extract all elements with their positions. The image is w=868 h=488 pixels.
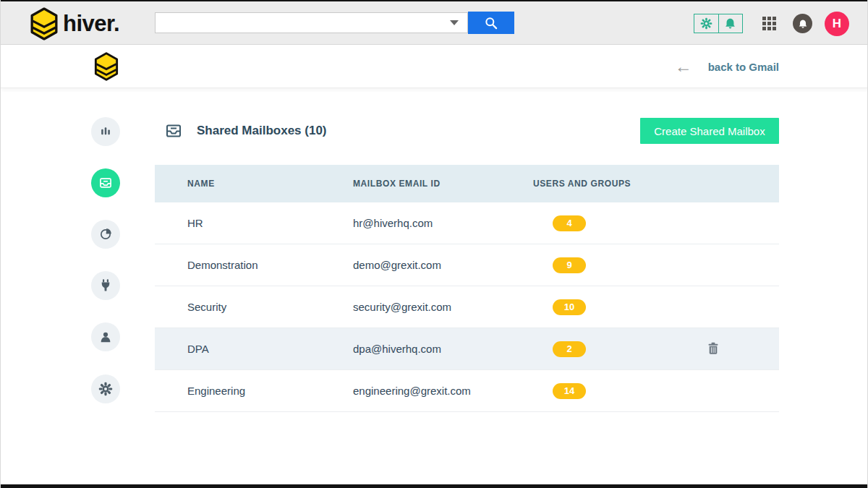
users-count-badge: 4: [553, 215, 586, 231]
back-to-gmail-label: back to Gmail: [708, 61, 779, 73]
hiver-logo[interactable]: hiver.: [28, 7, 119, 40]
column-header-name: NAME: [155, 179, 353, 189]
users-count-badge: 14: [553, 383, 586, 399]
plug-icon: [98, 278, 113, 293]
hiver-hive-icon: [28, 7, 60, 40]
mailbox-name: Security: [155, 301, 353, 313]
back-to-gmail-link[interactable]: ← back to Gmail: [675, 58, 779, 75]
apps-grid-icon: [762, 17, 766, 20]
column-header-users: USERS AND GROUPS: [533, 179, 779, 189]
search-scope-dropdown-icon[interactable]: [450, 20, 459, 25]
bar-chart-icon: [98, 124, 113, 139]
mailbox-name: Demonstration: [155, 259, 353, 271]
column-header-email: MAILBOX EMAIL ID: [353, 179, 533, 189]
mailbox-tray-icon: [165, 122, 182, 140]
mailbox-email: demo@grexit.com: [353, 259, 533, 271]
search-box: [155, 12, 468, 33]
table-row[interactable]: HR hr@hiverhq.com 4: [155, 202, 779, 244]
mailbox-email: dpa@hiverhq.com: [353, 343, 533, 355]
users-count-badge: 9: [553, 257, 586, 273]
trash-icon: [705, 341, 721, 356]
hiver-settings-button[interactable]: [694, 14, 718, 33]
users-count-badge: 10: [553, 299, 586, 315]
mailbox-email: hr@hiverhq.com: [353, 217, 533, 229]
brand-name: hiver.: [63, 11, 119, 37]
back-arrow-icon: ←: [675, 58, 692, 75]
top-edge: [1, 0, 868, 1]
mailbox-name: HR: [155, 217, 353, 229]
mailbox-name: Engineering: [155, 385, 353, 397]
hiver-notifications-button[interactable]: [718, 14, 743, 33]
table-row[interactable]: Engineering engineering@grexit.com 14: [155, 370, 779, 412]
sidebar-item-settings[interactable]: [91, 374, 120, 403]
bottom-edge: [1, 484, 868, 488]
shared-mailboxes-table: NAME MAILBOX EMAIL ID USERS AND GROUPS H…: [155, 165, 779, 412]
sidebar-item-analytics[interactable]: [91, 117, 120, 146]
create-shared-mailbox-button[interactable]: Create Shared Mailbox: [640, 118, 779, 144]
mailbox-email: engineering@grexit.com: [353, 385, 533, 397]
google-apps-button[interactable]: [762, 17, 776, 30]
user-icon: [98, 330, 113, 344]
pie-chart-icon: [98, 227, 113, 241]
page-header: Shared Mailboxes (10) Create Shared Mail…: [155, 118, 779, 144]
mailbox-email: security@grexit.com: [353, 301, 533, 313]
bell-icon: [798, 19, 808, 29]
gear-icon: [700, 17, 712, 30]
search-input[interactable]: [156, 13, 450, 33]
hiver-hive-icon: [93, 52, 120, 81]
subheader: ← back to Gmail: [1, 45, 868, 88]
mailbox-name: DPA: [155, 343, 353, 355]
users-count-badge: 2: [553, 341, 586, 357]
profile-avatar[interactable]: H: [825, 12, 849, 36]
table-row[interactable]: Demonstration demo@grexit.com 9: [155, 244, 779, 286]
table-row[interactable]: Security security@grexit.com 10: [155, 286, 779, 328]
alerts-button[interactable]: [793, 14, 812, 33]
table-header-row: NAME MAILBOX EMAIL ID USERS AND GROUPS: [155, 165, 779, 202]
sidebar-item-shared-mailboxes[interactable]: [91, 168, 120, 197]
hiver-admin-window: hiver.: [0, 0, 868, 488]
sidebar-item-integrations[interactable]: [91, 271, 120, 300]
delete-mailbox-button[interactable]: [705, 341, 722, 358]
hiver-gadget-box: [694, 14, 743, 33]
topbar: hiver.: [1, 1, 868, 45]
bell-icon: [724, 17, 736, 30]
table-row-hovered[interactable]: DPA dpa@hiverhq.com 2: [155, 328, 779, 370]
page-title: Shared Mailboxes (10): [197, 124, 327, 138]
search-button[interactable]: [468, 12, 514, 34]
sidebar-item-users[interactable]: [91, 322, 120, 351]
sidebar-item-usage[interactable]: [91, 220, 120, 249]
gear-icon: [98, 382, 113, 396]
search-icon: [484, 16, 498, 30]
inbox-icon: [98, 176, 113, 190]
